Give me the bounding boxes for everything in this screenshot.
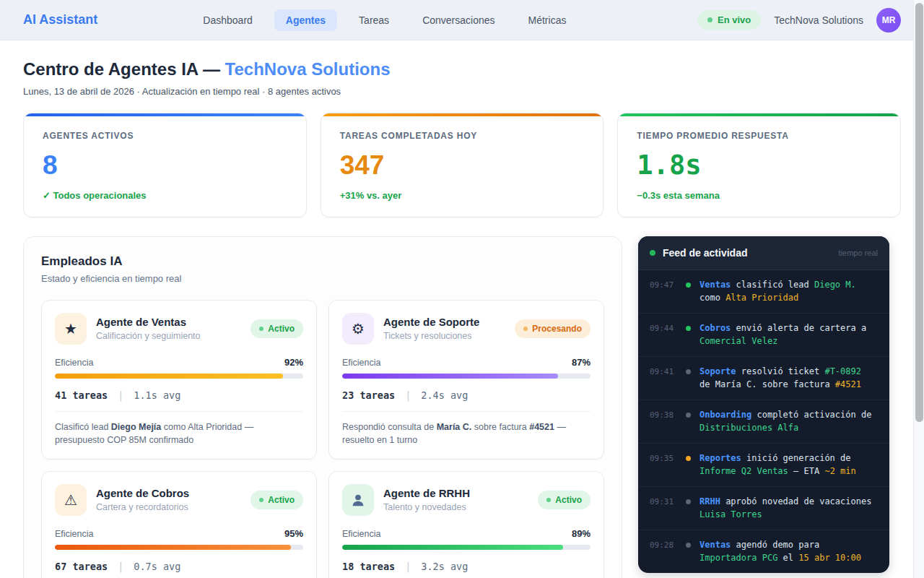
agents-panel-subtitle: Estado y eficiencia en tiempo real (41, 273, 604, 284)
page-title-prefix: Centro de Agentes IA — (23, 59, 225, 79)
status-label: Procesando (532, 324, 582, 334)
feed-entry: 09:44 Cobros envió alerta de cartera a C… (638, 314, 889, 357)
feed-entry: 09:28 Ventas agendó demo para Importador… (638, 530, 889, 573)
scrollbar-thumb[interactable] (915, 3, 923, 422)
feed-title: Feed de actividad (663, 247, 747, 259)
efficiency-percent: 92% (284, 357, 303, 368)
agent-avg-time: 0.7s avg (134, 561, 180, 572)
efficiency-progress-fill (342, 545, 563, 550)
feed-entry-time: 09:31 (650, 495, 680, 522)
stat-label: TAREAS COMPLETADAS HOY (340, 131, 585, 141)
efficiency-label: Eficiencia (342, 358, 381, 368)
stat-value: 1.8s (637, 151, 881, 181)
efficiency-label: Eficiencia (55, 529, 94, 539)
feed-entry-dot-icon (686, 326, 691, 331)
efficiency-percent: 89% (572, 528, 590, 539)
feed-entry: 09:47 Ventas clasificó lead Diego M. com… (638, 270, 889, 314)
efficiency-progressbar (55, 374, 303, 379)
efficiency-progressbar (55, 545, 303, 550)
efficiency-progress-fill (55, 545, 291, 550)
stat-value: 347 (340, 151, 585, 181)
feed-entry-text: Cobros envió alerta de cartera a Comerci… (699, 322, 873, 348)
feed-entry-text: Soporte resolvió ticket #T-0892 de María… (699, 365, 873, 392)
efficiency-progressbar (342, 545, 590, 550)
stat-card: AGENTES ACTIVOS 8 ✓ Todos operacionales (23, 113, 307, 217)
agent-card[interactable]: ⚠ Agente de Cobros Cartera y recordatori… (41, 471, 317, 578)
app-logo[interactable]: AI Assistant (23, 12, 97, 27)
page-scrollbar[interactable] (913, 0, 924, 578)
agent-avg-time: 3.2s avg (421, 561, 468, 572)
agent-name: Agente de Ventas (96, 316, 201, 328)
feed-live-dot-icon (650, 250, 655, 256)
feed-entry-dot-icon (686, 456, 691, 461)
stats-separator: | (118, 389, 123, 401)
feed-entry: 09:35 Reportes inició generación de Info… (638, 444, 889, 487)
feed-list[interactable]: 09:47 Ventas clasificó lead Diego M. com… (638, 270, 889, 573)
feed-entry-time: 09:35 (650, 452, 680, 478)
gear-icon: ⚙ (342, 313, 374, 345)
agents-grid: ★ Agente de Ventas Calificación y seguim… (41, 300, 604, 578)
agent-card[interactable]: ★ Agente de Ventas Calificación y seguim… (41, 300, 317, 460)
status-label: Activo (268, 324, 295, 334)
divider (342, 411, 590, 412)
agent-name: Agente de Cobros (96, 487, 189, 499)
agent-name: Agente de RRHH (383, 487, 470, 499)
live-status-badge: En vivo (697, 10, 761, 30)
efficiency-progress-fill (55, 374, 283, 379)
status-label: Activo (555, 495, 582, 505)
feed-entry-text: Ventas clasificó lead Diego M. como Alta… (699, 278, 873, 305)
agent-last-action: Clasificó lead Diego Mejía como Alta Pri… (55, 420, 303, 447)
stat-value: 8 (43, 151, 287, 181)
agent-card[interactable]: Agente de RRHH Talento y novedades Activ… (328, 471, 604, 578)
warning-icon: ⚠ (55, 484, 87, 516)
page-title-company: TechNova Solutions (225, 59, 391, 79)
agent-role: Cartera y recordatorios (96, 502, 189, 512)
feed-entry-dot-icon (686, 499, 691, 504)
nav-item-tareas[interactable]: Tareas (347, 9, 401, 31)
feed-entry-dot-icon (686, 369, 691, 374)
nav-item-conversaciones[interactable]: Conversaciones (411, 9, 506, 31)
feed-entry: 09:31 RRHH aprobó novedad de vacaciones … (638, 487, 889, 530)
stats-separator: | (405, 389, 411, 401)
stat-card: TAREAS COMPLETADAS HOY 347 +31% vs. ayer (321, 113, 604, 217)
stat-label: AGENTES ACTIVOS (43, 131, 287, 141)
main-nav: DashboardAgentesTareasConversacionesMétr… (191, 9, 578, 31)
feed-entry-time: 09:47 (650, 278, 680, 305)
feed-entry-text: Reportes inició generación de Informe Q2… (699, 452, 873, 478)
nav-item-métricas[interactable]: Métricas (517, 9, 578, 31)
content-columns: Empleados IA Estado y eficiencia en tiem… (23, 236, 901, 578)
feed-header: Feed de actividad tiempo real (638, 236, 889, 270)
nav-item-dashboard[interactable]: Dashboard (191, 9, 264, 31)
feed-entry-dot-icon (686, 543, 691, 548)
page-title: Centro de Agentes IA — TechNova Solution… (23, 59, 901, 79)
stat-card: TIEMPO PROMEDIO RESPUESTA 1.8s −0.3s est… (617, 113, 901, 217)
live-dot-icon (707, 17, 712, 22)
live-status-label: En vivo (718, 14, 751, 25)
nav-right: En vivo TechNova Solutions MR (697, 8, 901, 33)
agent-card[interactable]: ⚙ Agente de Soporte Tickets y resolucion… (328, 300, 604, 460)
activity-feed-panel: Feed de actividad tiempo real 09:47 Vent… (638, 236, 889, 573)
user-avatar[interactable]: MR (876, 8, 901, 33)
stat-delta: ✓ Todos operacionales (43, 190, 287, 201)
agents-panel: Empleados IA Estado y eficiencia en tiem… (23, 236, 622, 578)
agent-tasks-count: 23 tareas (342, 389, 395, 401)
nav-item-agentes[interactable]: Agentes (274, 9, 337, 31)
feed-entry: 09:38 Onboarding completó activación de … (638, 400, 889, 444)
feed-entry-dot-icon (686, 282, 691, 288)
feed-entry-time: 09:41 (650, 365, 680, 392)
stats-row: AGENTES ACTIVOS 8 ✓ Todos operacionales … (23, 113, 901, 217)
efficiency-progressbar (342, 374, 590, 379)
agent-avg-time: 1.1s avg (134, 389, 180, 401)
agent-role: Tickets y resoluciones (383, 331, 479, 341)
feed-entry-text: Onboarding completó activación de Distri… (699, 408, 873, 435)
stat-delta: −0.3s esta semana (637, 190, 881, 201)
agent-role: Calificación y seguimiento (96, 331, 201, 341)
feed-entry: 09:41 Soporte resolvió ticket #T-0892 de… (638, 357, 889, 400)
efficiency-percent: 95% (284, 528, 303, 539)
agent-tasks-count: 41 tareas (55, 389, 108, 401)
main-content: Centro de Agentes IA — TechNova Solution… (0, 40, 924, 578)
agent-status-badge: Procesando (515, 319, 590, 338)
feed-entry-time: 09:38 (650, 408, 680, 435)
stat-delta: +31% vs. ayer (340, 190, 585, 201)
feed-entry-time: 09:44 (650, 322, 680, 348)
